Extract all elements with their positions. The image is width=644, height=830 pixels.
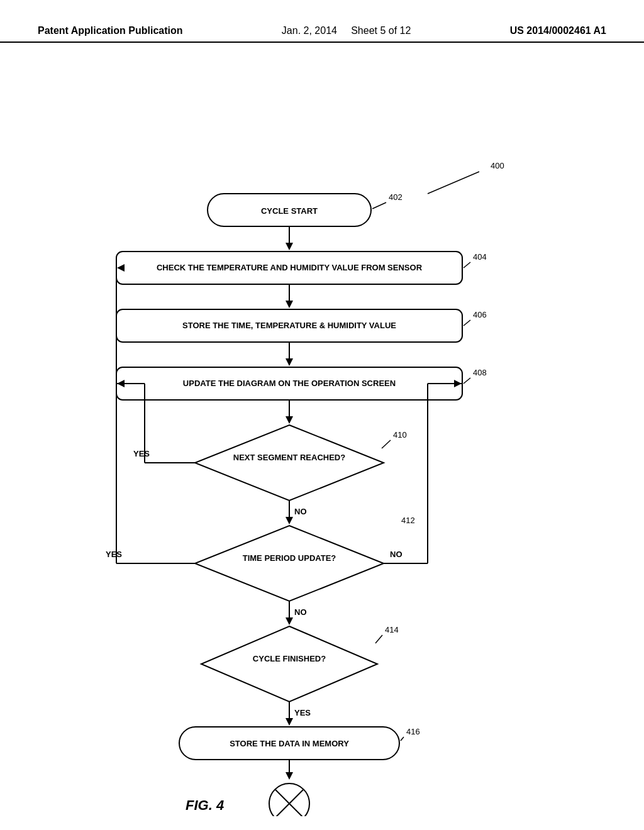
arrow-412-414 (286, 617, 293, 625)
date: Jan. 2, 2014 (282, 25, 337, 36)
arrow-410-412 (286, 517, 293, 524)
node-416-label: STORE THE DATA IN MEMORY (230, 739, 349, 748)
flowchart: 400 CYCLE START 402 CHECK THE TEMPERATUR… (0, 49, 644, 816)
patent-number: US 2014/0002461 A1 (510, 25, 606, 36)
ref-400: 400 (491, 161, 504, 170)
ref-410: 410 (393, 430, 407, 440)
ref-414: 414 (385, 625, 399, 634)
svg-line-23 (401, 737, 404, 741)
svg-line-3 (464, 262, 470, 268)
arrow-no-412 (454, 380, 462, 387)
yes-label-414: YES (294, 708, 311, 717)
no-label-410: NO (294, 507, 307, 516)
node-410-label: NEXT SEGMENT REACHED? (233, 453, 345, 462)
ref-404: 404 (473, 252, 487, 262)
arrow-408-410 (286, 416, 293, 424)
page-header: Patent Application Publication Jan. 2, 2… (0, 0, 644, 43)
node-406-label: STORE THE TIME, TEMPERATURE & HUMIDITY V… (182, 321, 396, 330)
end-circle (269, 783, 309, 816)
arrow-402-404 (286, 243, 293, 250)
arrow-yes-410-408 (117, 380, 125, 387)
arrow-yes-412 (117, 264, 125, 272)
svg-line-7 (464, 378, 470, 384)
arrow-406-408 (286, 358, 293, 366)
yes-label-410: YES (133, 449, 150, 458)
arrow-404-406 (286, 301, 293, 308)
no-label-412: NO (390, 550, 402, 559)
node-402-label: CYCLE START (261, 206, 318, 216)
ref-408: 408 (473, 368, 487, 377)
node-404-label: CHECK THE TEMPERATURE AND HUMIDITY VALUE… (157, 263, 423, 272)
svg-line-9 (382, 440, 391, 448)
svg-line-1 (372, 202, 386, 209)
yes-label-412: YES (106, 550, 122, 559)
node-412-shape (195, 526, 384, 601)
date-sheet: Jan. 2, 2014 Sheet 5 of 12 (282, 25, 411, 36)
no-label-412-down: NO (294, 607, 307, 617)
sheet: Sheet 5 of 12 (351, 25, 411, 36)
svg-line-21 (375, 635, 382, 643)
publication-label: Patent Application Publication (38, 25, 183, 36)
svg-line-0 (428, 172, 479, 194)
node-414-shape (201, 626, 377, 702)
node-412-label: TIME PERIOD UPDATE? (243, 553, 336, 563)
node-408-label: UPDATE THE DIAGRAM ON THE OPERATION SCRE… (183, 379, 396, 388)
ref-406: 406 (473, 310, 487, 319)
ref-416: 416 (406, 727, 420, 736)
ref-412: 412 (401, 516, 415, 525)
arrow-416-end (286, 772, 293, 780)
ref-402: 402 (389, 192, 402, 202)
node-410-shape (195, 425, 384, 501)
figure-label: FIG. 4 (186, 797, 224, 813)
arrow-414-416 (286, 718, 293, 726)
node-414-label: CYCLE FINISHED? (253, 654, 326, 663)
svg-line-5 (464, 320, 470, 326)
